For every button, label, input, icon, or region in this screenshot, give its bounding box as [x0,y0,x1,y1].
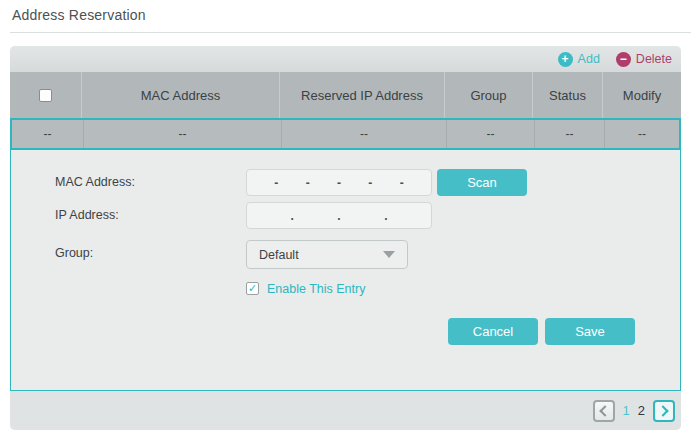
save-button[interactable]: Save [545,318,635,345]
header-cell-group: Group [445,72,533,118]
separator-glyph: - [337,176,341,190]
page-1-link[interactable]: 1 [623,400,630,422]
header-cell-status: Status [533,72,603,118]
edit-entry-panel: MAC Address: ----- Scan IP Address: ... … [10,150,681,391]
delete-button-label: Delete [636,52,672,66]
dropdown-arrow-icon [383,251,395,258]
group-select-value: Default [259,248,299,262]
scan-button[interactable]: Scan [437,169,527,196]
group-label: Group: [55,240,93,267]
row-cell-group: -- [447,120,535,148]
header-cell-select [10,72,82,118]
header-cell-modify: Modify [603,72,681,118]
separator-glyph: . [337,209,340,223]
chevron-right-icon [657,405,668,416]
select-all-checkbox[interactable] [39,89,52,102]
page-title: Address Reservation [0,0,691,23]
table-header: MAC Address Reserved IP Address Group St… [10,72,681,118]
page-2-current: 2 [638,400,645,422]
row-cell-mac: -- [84,120,282,148]
add-button[interactable]: + Add [558,52,600,67]
separator-glyph: - [274,176,278,190]
separator-glyph: - [400,176,404,190]
cancel-button[interactable]: Cancel [448,318,538,345]
separator-glyph: - [368,176,372,190]
delete-button[interactable]: − Delete [616,52,672,67]
table-footer: 1 2 [10,391,681,430]
header-cell-mac: MAC Address [82,72,280,118]
enable-entry-label: Enable This Entry [267,282,365,296]
prev-page-button[interactable] [593,400,615,422]
address-reservation-panel: + Add − Delete MAC Address Reserved IP A… [10,46,681,430]
mac-address-input[interactable]: ----- [246,169,432,196]
separator-glyph: . [290,209,293,223]
table-row[interactable]: -- -- -- -- -- -- [10,118,681,150]
delete-icon: − [616,52,631,67]
separator-glyph: - [306,176,310,190]
chevron-left-icon [599,405,610,416]
add-icon: + [558,52,573,67]
row-cell-reserved-ip: -- [282,120,447,148]
enable-entry-checkbox[interactable]: ✓ [246,282,259,295]
next-page-button[interactable] [653,400,675,422]
checkmark-icon: ✓ [248,283,257,294]
group-select[interactable]: Default [246,240,408,269]
header-cell-reserved-ip: Reserved IP Address [280,72,445,118]
row-cell-modify: -- [605,120,679,148]
ip-address-label: IP Address: [55,202,119,229]
ip-address-input[interactable]: ... [246,202,432,229]
mac-address-label: MAC Address: [55,169,135,196]
table-toolbar: + Add − Delete [10,46,681,72]
row-cell-status: -- [535,120,605,148]
separator-glyph: . [384,209,387,223]
title-divider [10,32,691,33]
add-button-label: Add [578,52,600,66]
row-cell-select: -- [12,120,84,148]
